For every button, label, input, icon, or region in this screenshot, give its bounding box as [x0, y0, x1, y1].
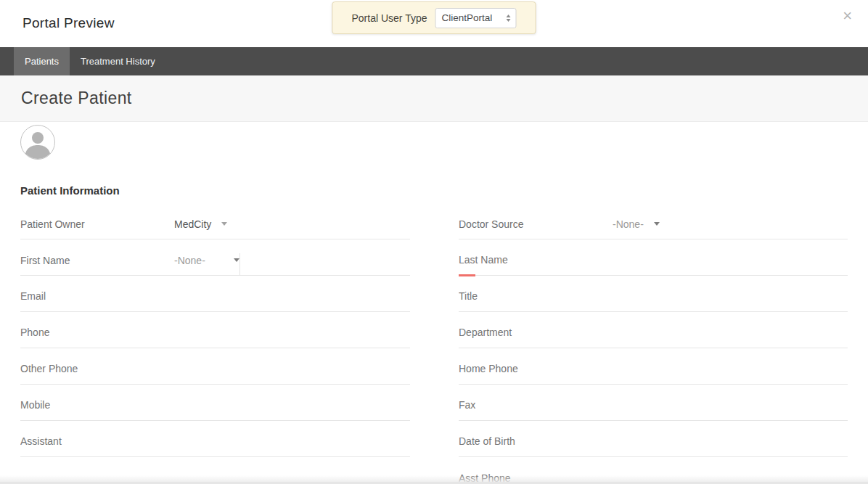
phone-input[interactable]	[20, 326, 410, 339]
salutation-value: -None-	[174, 255, 205, 266]
create-patient-form: Patient Information Patient Owner MedCit…	[0, 125, 868, 484]
portal-user-type-value: ClientPortal	[442, 12, 493, 23]
doctor-source-value: -None-	[613, 218, 644, 230]
doctor-source-picklist[interactable]: -None-	[613, 218, 660, 230]
asst-phone-input[interactable]	[459, 472, 848, 484]
last-name-input[interactable]	[459, 253, 848, 266]
field-other-phone	[20, 348, 410, 385]
portal-preview-window: Portal Preview Portal User Type ClientPo…	[0, 0, 868, 484]
field-patient-owner: Patient Owner MedCity	[20, 203, 410, 239]
email-input[interactable]	[20, 290, 410, 303]
field-home-phone	[459, 348, 848, 385]
first-name-input[interactable]	[249, 253, 410, 266]
person-icon	[21, 126, 54, 159]
form-columns: Patient Owner MedCity First Name -None-	[20, 203, 848, 484]
field-doctor-source: Doctor Source -None-	[459, 203, 848, 239]
page-title: Create Patient	[21, 89, 132, 108]
doctor-source-label: Doctor Source	[459, 218, 613, 230]
field-fax	[459, 385, 848, 421]
module-navbar: Patients Treatment History	[0, 47, 868, 75]
patient-owner-picklist[interactable]: MedCity	[174, 218, 227, 230]
form-column-right: Doctor Source -None-	[459, 203, 848, 484]
field-date-of-birth	[459, 421, 848, 457]
mobile-input[interactable]	[20, 398, 410, 411]
home-phone-input[interactable]	[459, 362, 848, 375]
field-last-name	[459, 239, 848, 276]
chevron-down-icon	[221, 222, 227, 226]
section-title-patient-information: Patient Information	[20, 184, 848, 197]
fax-input[interactable]	[459, 398, 848, 411]
field-phone	[20, 312, 410, 348]
tab-treatment-history[interactable]: Treatment History	[70, 47, 166, 75]
portal-user-type-notice: Portal User Type ClientPortal	[332, 1, 536, 34]
patient-owner-value: MedCity	[174, 218, 211, 230]
field-email	[20, 276, 410, 312]
field-title	[459, 276, 848, 312]
patient-photo-upload[interactable]	[20, 125, 55, 160]
title-input[interactable]	[459, 290, 848, 303]
tab-patients[interactable]: Patients	[14, 47, 70, 75]
form-column-left: Patient Owner MedCity First Name -None-	[20, 203, 410, 484]
portal-user-type-select[interactable]: ClientPortal	[435, 8, 517, 28]
date-of-birth-input[interactable]	[459, 435, 848, 448]
other-phone-input[interactable]	[20, 362, 410, 375]
field-asst-phone	[459, 457, 848, 484]
field-first-name: First Name -None-	[20, 239, 410, 276]
department-input[interactable]	[459, 326, 848, 339]
select-spinner-icon	[507, 15, 511, 22]
patient-owner-label: Patient Owner	[20, 218, 174, 230]
salutation-picklist[interactable]: -None-	[174, 255, 239, 266]
field-assistant	[20, 421, 410, 457]
chevron-down-icon	[234, 258, 239, 262]
first-name-label: First Name	[20, 255, 174, 266]
window-title: Portal Preview	[22, 15, 115, 31]
field-divider	[239, 253, 240, 275]
chevron-down-icon	[654, 222, 660, 226]
field-department	[459, 312, 848, 348]
portal-user-type-label: Portal User Type	[351, 12, 427, 24]
close-icon[interactable]: ×	[843, 7, 852, 25]
field-mobile	[20, 385, 410, 421]
page-title-band: Create Patient	[0, 75, 868, 122]
assistant-input[interactable]	[20, 435, 410, 448]
header: Portal Preview Portal User Type ClientPo…	[0, 0, 868, 47]
